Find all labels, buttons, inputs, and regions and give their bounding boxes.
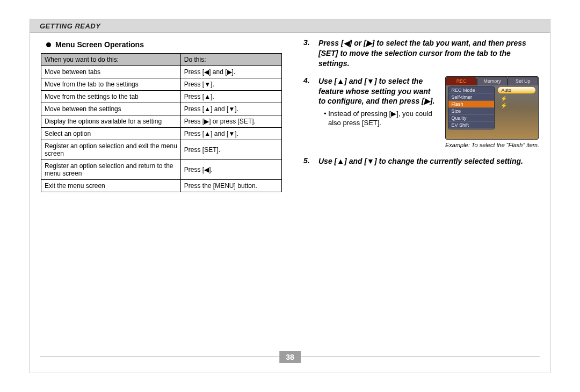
step-5: 5. Use [▲] and [▼] to change the current… (303, 156, 539, 166)
menu-item: Quality (448, 115, 494, 122)
menu-item: Self-timer (448, 94, 494, 101)
subheader-text: Menu Screen Operations (55, 40, 144, 49)
step-number: 3. (303, 38, 313, 69)
step-3: 3. Press [◀] or [▶] to select the tab yo… (303, 38, 539, 69)
camera-screen: REC Memory Set Up REC Mode Self-timer Fl… (445, 76, 539, 140)
camera-caption: Example: To select the “Flash” item. (445, 142, 539, 149)
table-row: Move from the tab to the settingsPress [… (41, 78, 282, 91)
camera-example: REC Memory Set Up REC Mode Self-timer Fl… (445, 76, 539, 149)
bullet-icon (46, 42, 51, 47)
table-row: Select an optionPress [▲] and [▼]. (41, 128, 282, 140)
menu-item: EV Shift (448, 122, 494, 129)
table-row: Register an option selection and return … (41, 160, 282, 180)
camera-tabs: REC Memory Set Up (446, 77, 538, 85)
manual-page: GETTING READY Menu Screen Operations Whe… (30, 19, 550, 373)
camera-option-auto: Auto (497, 86, 536, 94)
right-column: 3. Press [◀] or [▶] to select the tab yo… (303, 38, 539, 192)
step-4: 4. Use [▲] and [▼] to select the feature… (303, 76, 539, 149)
camera-options: Auto ⚡ ⚡ (497, 86, 536, 109)
content-area: Menu Screen Operations When you want to … (30, 33, 550, 192)
step-number: 4. (303, 76, 313, 149)
table-row: Exit the menu screenPress the [MENU] but… (41, 180, 282, 192)
section-header: GETTING READY (30, 19, 550, 33)
table-row: Move from the settings to the tabPress [… (41, 91, 282, 103)
menu-item-selected: Flash (448, 101, 494, 108)
step-text: Use [▲] and [▼] to select the feature wh… (318, 77, 434, 106)
camera-menu: REC Mode Self-timer Flash Size Quality E… (448, 86, 495, 129)
table-row: Display the options available for a sett… (41, 115, 282, 128)
flash-icon: ⚡ (497, 95, 536, 102)
camera-tab-setup: Set Up (508, 77, 538, 85)
step-text: Use [▲] and [▼] to change the currently … (318, 156, 523, 166)
table-row: Move between the settingsPress [▲] and [… (41, 103, 282, 115)
subheader: Menu Screen Operations (46, 40, 282, 49)
left-column: Menu Screen Operations When you want to … (41, 38, 282, 192)
operations-table: When you want to do this: Do this: Move … (41, 53, 282, 192)
menu-item: REC Mode (448, 87, 494, 94)
page-number: 38 (279, 351, 301, 363)
step-text: Press [◀] or [▶] to select the tab you w… (318, 38, 539, 69)
table-row: Move between tabsPress [◀] and [▶]. (41, 66, 282, 78)
step-note: • Instead of pressing [▶], you could als… (324, 110, 438, 128)
menu-item: Size (448, 108, 494, 115)
camera-tab-rec: REC (446, 77, 476, 85)
flash-icon: ⚡ (497, 102, 536, 109)
table-row: Register an option selection and exit th… (41, 140, 282, 160)
table-header-a: When you want to do this: (41, 54, 181, 66)
step-number: 5. (303, 156, 313, 166)
table-header-b: Do this: (180, 54, 281, 66)
steps-list: 3. Press [◀] or [▶] to select the tab yo… (303, 38, 539, 166)
table-header-row: When you want to do this: Do this: (41, 54, 282, 66)
camera-tab-memory: Memory (477, 77, 508, 85)
